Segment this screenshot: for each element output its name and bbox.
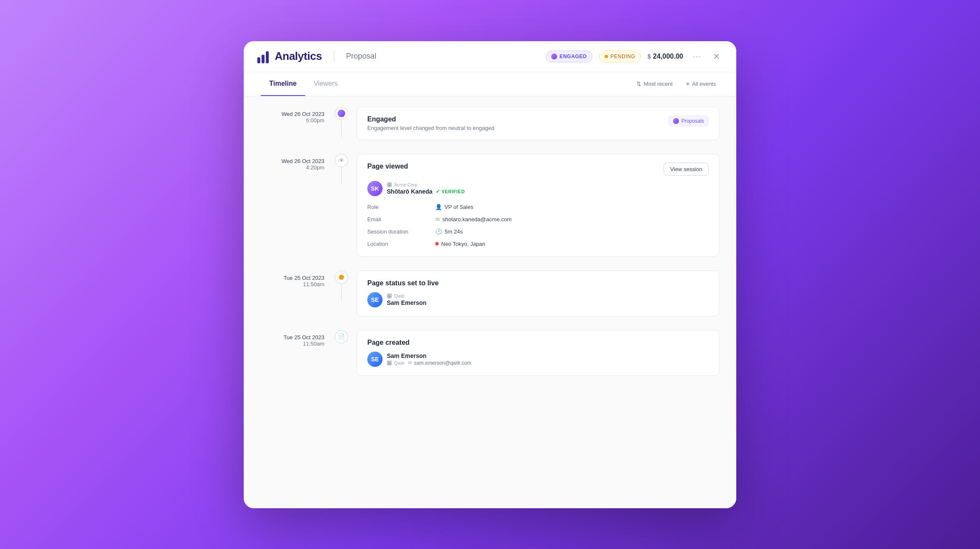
email-label: Email <box>367 215 435 223</box>
tabs-left: Timeline Viewers <box>261 72 346 96</box>
sort-button[interactable]: ⇅ Most recent <box>633 79 676 89</box>
filter-icon: ≡ <box>686 81 690 87</box>
person-row-emerson-created: SE Sam Emerson 🏢 Qwilr <box>367 352 709 367</box>
proposals-badge-icon <box>673 118 679 124</box>
person-info-kaneda: 🏢 Acme Corp Shōtarō Kaneda ✓ VERIFIED <box>387 182 465 195</box>
page-status-card: Page status set to live SE 🏢 Qwilr Sam E… <box>357 270 719 316</box>
acme-company-icon: 🏢 <box>387 182 392 187</box>
eye-icon: 👁 <box>338 157 344 164</box>
verified-label: VERIFIED <box>442 189 465 194</box>
page-created-card: Page created SE Sam Emerson 🏢 Qwilr <box>357 330 719 376</box>
timeline-entry-page-status: Tue 25 Oct 2023 11:50am Page status set … <box>261 270 719 320</box>
page-status-title: Page status set to live <box>367 279 709 287</box>
header-left: Analytics Proposal <box>257 50 376 63</box>
header-right: ENGAGED PENDING $ 24,000.00 ⋯ ✕ <box>546 50 723 63</box>
time-1: 5:00pm <box>261 117 324 124</box>
timeline-entry-page-created: Tue 25 Oct 2023 11:50am 📄 Page created S… <box>261 330 719 379</box>
avatar-kaneda: SK <box>367 181 383 196</box>
logo-bar-1 <box>257 57 260 63</box>
proposals-badge: Proposals <box>668 115 709 127</box>
qwilr-company-name-created: Qwilr <box>394 360 405 366</box>
page-created-timeline-icon: 📄 <box>335 330 348 343</box>
details-grid: Role 👤 VP of Sales Email ✉ shotaro.kaned… <box>367 203 709 248</box>
tab-viewers[interactable]: Viewers <box>305 72 346 96</box>
timeline-date-4: Tue 25 Oct 2023 11:50am <box>261 330 333 347</box>
engaged-label: ENGAGED <box>560 53 587 59</box>
date-4: Tue 25 Oct 2023 <box>261 334 324 341</box>
person-name-emerson-created: Sam Emerson <box>387 352 471 359</box>
emerson-detail-row: 🏢 Qwilr ✉ sam.emerson@qwilr.com <box>387 360 471 366</box>
sort-icon: ⇅ <box>636 81 641 87</box>
clock-icon: 🕐 <box>435 228 442 235</box>
timeline-entry-page-viewed: Wed 26 Oct 2023 4:20pm 👁 Page viewed Vie… <box>261 154 719 260</box>
filter-button[interactable]: ≡ All events <box>683 79 719 89</box>
company-row-qwilr-created: 🏢 Qwilr <box>387 360 405 366</box>
qwilr-company-icon-status: 🏢 <box>387 293 392 298</box>
email-row-emerson: ✉ sam.emerson@qwilr.com <box>408 360 471 366</box>
app-logo <box>257 50 269 63</box>
engaged-circle-icon <box>338 110 345 117</box>
view-session-label: View session <box>670 166 702 172</box>
connector-line-2 <box>341 167 342 184</box>
person-info-emerson-created: Sam Emerson 🏢 Qwilr ✉ <box>387 352 471 366</box>
page-viewed-timeline-icon: 👁 <box>335 154 348 167</box>
session-value: 🕐 5m 24s <box>435 228 709 236</box>
email-icon-emerson: ✉ <box>408 360 412 366</box>
location-label: Location <box>367 240 435 248</box>
role-icon: 👤 <box>435 204 442 210</box>
email-value: ✉ shotaro.kaneda@acme.com <box>435 215 709 223</box>
price-value: 24,000.00 <box>653 53 683 60</box>
time-2: 4:20pm <box>261 164 324 171</box>
date-2: Wed 26 Oct 2023 <box>261 158 324 164</box>
view-session-button[interactable]: View session <box>664 163 709 176</box>
pending-dot <box>605 55 608 58</box>
emerson-email: sam.emerson@qwilr.com <box>414 360 471 366</box>
connector-line-1 <box>341 120 342 137</box>
time-3: 11:50am <box>261 281 324 287</box>
company-row-acme: 🏢 Acme Corp <box>387 182 465 187</box>
main-window: Analytics Proposal ENGAGED PENDING $ 24,… <box>244 41 736 508</box>
close-button[interactable]: ✕ <box>710 50 723 63</box>
location-dot <box>435 242 439 245</box>
acme-company-name: Acme Corp <box>394 182 417 187</box>
pending-label: PENDING <box>611 53 635 59</box>
page-viewed-title: Page viewed <box>367 163 408 170</box>
connector-line-3 <box>341 284 342 301</box>
timeline-date-1: Wed 26 Oct 2023 5:00pm <box>261 107 333 124</box>
tab-timeline[interactable]: Timeline <box>261 72 305 96</box>
engaged-timeline-icon <box>335 107 348 120</box>
yellow-status-dot <box>339 275 344 280</box>
timeline-entry-engaged: Wed 26 Oct 2023 5:00pm Engaged Engagemen… <box>261 107 719 144</box>
person-row-kaneda: SK 🏢 Acme Corp Shōtarō Kaneda <box>367 181 709 196</box>
engaged-status-badge: ENGAGED <box>546 51 592 62</box>
connector-3 <box>333 270 350 301</box>
timeline-date-3: Tue 25 Oct 2023 11:50am <box>261 270 333 287</box>
connector-4: 📄 <box>333 330 350 343</box>
timeline-container: Wed 26 Oct 2023 5:00pm Engaged Engagemen… <box>244 96 736 400</box>
date-3: Tue 25 Oct 2023 <box>261 275 324 281</box>
page-viewed-card-header: Page viewed View session <box>367 163 709 176</box>
app-header: Analytics Proposal ENGAGED PENDING $ 24,… <box>244 41 736 72</box>
engaged-card-subtitle: Engagement level changed from neutral to… <box>367 125 494 131</box>
logo-bar-2 <box>262 55 265 63</box>
date-1: Wed 26 Oct 2023 <box>261 111 324 117</box>
connector-1 <box>333 107 350 137</box>
time-4: 11:50am <box>261 341 324 347</box>
engaged-icon <box>551 53 557 59</box>
tabs-right: ⇅ Most recent ≡ All events <box>633 79 719 89</box>
engaged-card-title: Engaged <box>367 115 494 123</box>
location-value: Neo Tokyo, Japan <box>435 240 709 248</box>
app-title: Analytics <box>275 50 322 63</box>
avatar-emerson-created: SE <box>367 352 383 367</box>
page-viewed-card: Page viewed View session SK 🏢 <box>357 154 719 257</box>
more-options-button[interactable]: ⋯ <box>690 50 704 63</box>
header-divider <box>334 51 334 62</box>
role-label: Role <box>367 203 435 211</box>
avatar-emerson-status: SE <box>367 292 383 307</box>
verified-check-icon: ✓ <box>436 189 440 194</box>
proposals-badge-label: Proposals <box>681 118 704 124</box>
session-label: Session duration <box>367 228 435 236</box>
filter-label: All events <box>692 81 716 87</box>
email-icon: ✉ <box>435 216 440 222</box>
engaged-card: Engaged Engagement level changed from ne… <box>357 107 719 140</box>
